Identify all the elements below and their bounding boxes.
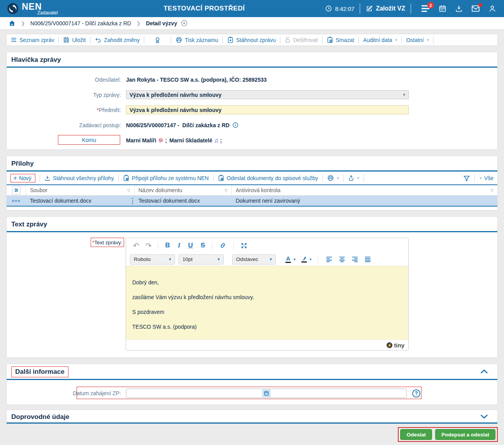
block-format-select[interactable]: Odstavec▾: [232, 254, 276, 265]
award-button[interactable]: [154, 37, 161, 44]
nen-logo[interactable]: NEN Zadavatel: [7, 2, 58, 15]
filter-caret-icon[interactable]: ▽: [224, 188, 228, 193]
save-button[interactable]: Uložit: [63, 37, 86, 43]
filter-caret-icon[interactable]: ▽: [490, 188, 494, 193]
messages-button[interactable]: [471, 5, 480, 12]
attachment-row[interactable]: ooo Testovací dokument.docx ●●● Testovac…: [7, 196, 497, 207]
underline-button[interactable]: U: [188, 242, 193, 249]
printer-icon: [327, 175, 334, 181]
downloads-button[interactable]: [455, 5, 463, 12]
sign-and-send-button[interactable]: Podepsat a odeslat: [435, 429, 495, 440]
highlight-color-button[interactable]: [301, 256, 307, 263]
breadcrumb-item-zakazka[interactable]: N006/25/V00007147 - Dílčí zakázka z RD: [30, 20, 131, 26]
start-date-input[interactable]: [126, 389, 407, 398]
filter-all-button[interactable]: ▿Vše: [479, 175, 494, 181]
align-left-button[interactable]: [326, 256, 332, 262]
column-header-nazev[interactable]: Název dokumentu▽: [135, 185, 232, 195]
font-size-select[interactable]: 10pt▾: [178, 254, 224, 265]
section-title: Přílohy: [7, 156, 497, 170]
calendar-button[interactable]: [439, 5, 446, 12]
collapse-section-button[interactable]: [480, 369, 488, 374]
align-right-icon: [352, 256, 358, 262]
filter-caret-icon[interactable]: ▽: [127, 188, 130, 193]
brand-subtitle: Zadavatel: [37, 11, 58, 15]
close-tab-button[interactable]: [181, 20, 187, 26]
discard-changes-button[interactable]: Zahodit změny: [95, 37, 140, 43]
current-time: 8:42:07: [335, 5, 354, 12]
chevron-up-icon: [480, 369, 488, 374]
rich-text-editor[interactable]: ↶ ↷ B I U S Roboto▾ 10pt▾ Odstavec▾ A ▾: [126, 238, 409, 350]
align-justify-button[interactable]: [364, 256, 371, 262]
tiny-logo[interactable]: ⚡ tiny: [387, 342, 404, 349]
section-attachments: Přílohy +Nový Stáhnout všechny přílohy P…: [6, 156, 498, 210]
breadcrumb-separator: ❯: [21, 21, 25, 26]
send-to-filing-service-button[interactable]: Odeslat dokumenty do spisové služby: [218, 175, 318, 181]
clipboard-delete-icon: [327, 37, 333, 43]
message-type-select[interactable]: Výzva k předložení návrhu smlouvy ▾: [126, 90, 409, 99]
send-button[interactable]: Odeslat: [400, 429, 432, 440]
footer-actions: Odeslat Podepsat a odeslat: [398, 427, 498, 442]
datepicker-button[interactable]: [262, 389, 271, 397]
section-more-info: Další informace Datum zahájení ZP: ?: [6, 364, 498, 405]
decrypt-button[interactable]: Dešifrovat: [285, 37, 318, 43]
medal-icon: [154, 37, 161, 44]
cell-nazev: Testovací dokument.docx: [135, 196, 232, 206]
fullscreen-button[interactable]: [241, 242, 247, 249]
link-button[interactable]: [219, 242, 226, 249]
new-attachment-button[interactable]: +Nový: [10, 174, 35, 182]
subject-label: *Předmět:: [7, 107, 121, 113]
italic-button[interactable]: I: [178, 242, 180, 249]
bold-button[interactable]: B: [165, 242, 170, 249]
environment-title: TESTOVACÍ PROSTŘEDÍ: [158, 5, 251, 12]
filter-icon[interactable]: [463, 175, 470, 182]
download-tray-icon: [455, 5, 463, 12]
download-message-button[interactable]: Stáhnout zprávu: [227, 37, 276, 43]
row-actions-icon[interactable]: ooo: [12, 199, 21, 203]
recipients-label[interactable]: Komu: [58, 135, 120, 145]
undo-button[interactable]: ↶: [133, 241, 139, 250]
chevron-down-icon: ▾: [403, 92, 405, 97]
menu-button[interactable]: 2: [421, 5, 430, 12]
text-color-button[interactable]: A: [285, 256, 291, 263]
list-messages-button[interactable]: Seznam zpráv: [10, 37, 54, 43]
text-color-caret[interactable]: ▾: [294, 257, 296, 261]
export-attachments-button[interactable]: ▿: [348, 175, 359, 181]
home-button[interactable]: [9, 20, 16, 27]
recipients-value: Marní Malíři ; Marní Skladatelé ♫ ;: [126, 137, 222, 144]
drag-handle-icon[interactable]: ●●●: [132, 197, 133, 205]
font-family-select[interactable]: Roboto▾: [130, 254, 175, 265]
fullscreen-icon: [241, 242, 247, 249]
subject-input[interactable]: Výzva k předložení návrhu smlouvy: [126, 105, 409, 114]
column-header-antivir[interactable]: Antivirová kontrola▽: [232, 185, 497, 195]
print-record-button[interactable]: Tisk záznamu: [175, 37, 218, 43]
info-icon[interactable]: [232, 122, 239, 128]
breadcrumb: ❯ N006/25/V00007147 - Dílčí zakázka z RD…: [0, 17, 504, 30]
editor-content[interactable]: Dobrý den, zasíláme Vám výzvu k předlože…: [126, 266, 408, 340]
print-attachments-button[interactable]: ▿: [327, 175, 339, 181]
highlight-color-caret[interactable]: ▾: [310, 257, 312, 261]
breadcrumb-item-current: Detail výzvy: [146, 20, 177, 26]
cell-antivir: Dokument není zavirovaný: [232, 196, 497, 206]
download-icon: [44, 175, 51, 181]
expand-section-button[interactable]: [480, 414, 488, 419]
attachments-table-header: Soubor▽ Název dokumentu▽ Antivirová kont…: [7, 185, 497, 196]
top-header-bar: NEN Zadavatel TESTOVACÍ PROSTŘEDÍ 8:42:0…: [0, 0, 504, 17]
download-all-attachments-button[interactable]: Stáhnout všechny přílohy: [44, 175, 114, 181]
link-icon: [219, 242, 226, 249]
profile-button[interactable]: [488, 5, 496, 12]
audit-data-button[interactable]: Auditní data▿: [363, 37, 397, 43]
other-button[interactable]: Ostatní▿: [406, 37, 429, 43]
align-center-button[interactable]: [339, 256, 345, 262]
table-settings-button[interactable]: [12, 186, 21, 194]
home-icon: [9, 20, 16, 27]
delete-button[interactable]: Smazat: [327, 37, 354, 43]
align-right-button[interactable]: [352, 256, 358, 262]
clipboard-gear-icon: [123, 175, 130, 181]
strikethrough-button[interactable]: S: [201, 242, 205, 249]
create-vz-button[interactable]: Založit VZ: [366, 5, 405, 12]
redo-button[interactable]: ↷: [145, 241, 152, 250]
attach-from-nen-button[interactable]: Připojit přílohu ze systému NEN: [123, 175, 209, 181]
printer-icon: [175, 37, 182, 43]
command-toolbar: Seznam zpráv Uložit Zahodit změny Tisk z…: [6, 34, 498, 46]
column-header-soubor[interactable]: Soubor▽: [26, 185, 135, 195]
